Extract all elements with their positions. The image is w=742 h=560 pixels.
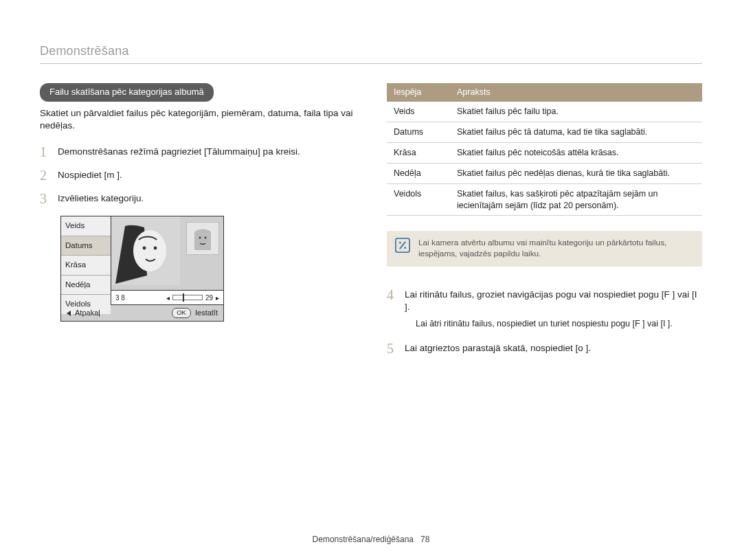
table-row: DatumsSkatiet failus pēc tā datuma, kad … bbox=[387, 122, 702, 143]
category-list: Veids Datums Krāsa Nedēļa Veidols bbox=[61, 216, 111, 304]
content-columns: Failu skatīšana pēc kategorijas albumā S… bbox=[40, 83, 702, 363]
ui-body: Veids Datums Krāsa Nedēļa Veidols bbox=[61, 216, 223, 304]
steps-list-right: 4 Lai ritinātu failus, groziet navigācij… bbox=[387, 287, 702, 355]
cell: Skatiet failus pēc nedēļas dienas, kurā … bbox=[450, 163, 702, 183]
options-table: Iespēja Apraksts VeidsSkatiet failus pēc… bbox=[387, 83, 702, 216]
bullet: Lai ātri ritinātu failus, nospiediet un … bbox=[416, 318, 702, 330]
face-large-icon bbox=[111, 216, 180, 285]
back-button[interactable]: Atpakaļ bbox=[61, 305, 142, 321]
step-2: 2 Nospiediet [m ]. bbox=[40, 168, 355, 183]
step-number: 5 bbox=[387, 341, 398, 356]
page-number: 78 bbox=[420, 535, 429, 544]
left-column: Failu skatīšana pēc kategorijas albumā S… bbox=[40, 83, 355, 363]
step-1: 1 Demonstrēšanas režīmā pagrieziet [Tālu… bbox=[40, 144, 355, 159]
cell: Veidols bbox=[387, 183, 450, 216]
seek-bar[interactable]: ◂ 29 ▸ bbox=[166, 293, 219, 303]
note-text: Lai kamera atvērtu albumu vai mainītu ka… bbox=[418, 238, 694, 260]
list-item-nedela[interactable]: Nedēļa bbox=[61, 276, 111, 295]
cell: Krāsa bbox=[387, 142, 450, 163]
step-number: 4 bbox=[387, 287, 398, 332]
cell: Skatiet failus pēc noteicošās attēla krā… bbox=[450, 142, 702, 163]
step-text: Nospiediet [m ]. bbox=[58, 168, 122, 183]
list-item-krasa[interactable]: Krāsa bbox=[61, 256, 111, 276]
info-icon bbox=[395, 238, 410, 260]
bar-left-text: 3 8 bbox=[115, 293, 125, 303]
cell: Nedēļa bbox=[387, 163, 450, 183]
th-option: Iespēja bbox=[387, 83, 450, 102]
steps-list: 1 Demonstrēšanas režīmā pagrieziet [Tālu… bbox=[40, 144, 355, 206]
step-text: Demonstrēšanas režīmā pagrieziet [Tālumm… bbox=[58, 144, 300, 159]
svg-point-7 bbox=[205, 237, 207, 239]
step-number: 2 bbox=[40, 168, 51, 183]
cell: Skatiet failus pēc tā datuma, kad tie ti… bbox=[450, 122, 702, 143]
camera-ui-mock: Veids Datums Krāsa Nedēļa Veidols bbox=[60, 216, 224, 322]
step-text: Lai ritinātu failus, groziet navigācijas… bbox=[405, 287, 702, 332]
svg-point-3 bbox=[154, 247, 157, 250]
cell: Veids bbox=[387, 102, 450, 122]
page-footer: Demonstrēšana/rediģēšana 78 bbox=[0, 534, 742, 545]
svg-point-2 bbox=[143, 247, 146, 250]
ui-footer: Atpakaļ OK Iestatīt bbox=[61, 304, 223, 321]
right-column: Iespēja Apraksts VeidsSkatiet failus pēc… bbox=[387, 83, 702, 363]
table-row: KrāsaSkatiet failus pēc noteicošās attēl… bbox=[387, 142, 702, 163]
bar-right-text: 29 bbox=[205, 293, 213, 303]
step-4: 4 Lai ritinātu failus, groziet navigācij… bbox=[387, 287, 702, 332]
note-box: Lai kamera atvērtu albumu vai mainītu ka… bbox=[387, 231, 702, 267]
list-item-veids[interactable]: Veids bbox=[61, 216, 111, 236]
svg-point-9 bbox=[399, 242, 401, 244]
page-title: Demonstrēšana bbox=[40, 43, 702, 59]
set-label: Iestatīt bbox=[195, 308, 218, 318]
cell: Skatiet failus pēc failu tipa. bbox=[450, 102, 702, 122]
svg-point-6 bbox=[199, 237, 201, 239]
step-5: 5 Lai atgrieztos parastajā skatā, nospie… bbox=[387, 341, 702, 356]
step-3: 3 Izvēlieties kategoriju. bbox=[40, 191, 355, 206]
svg-point-10 bbox=[404, 247, 406, 249]
section-heading: Failu skatīšana pēc kategorijas albumā bbox=[40, 83, 214, 102]
face-small-icon bbox=[186, 222, 219, 255]
th-desc: Apraksts bbox=[450, 83, 702, 102]
intro-text: Skatiet un pārvaldiet failus pēc kategor… bbox=[40, 107, 355, 132]
page: Demonstrēšana Failu skatīšana pēc katego… bbox=[0, 0, 742, 560]
step4-bullets: Lai ātri ritinātu failus, nospiediet un … bbox=[405, 318, 702, 330]
table-row: VeidsSkatiet failus pēc failu tipa. bbox=[387, 102, 702, 122]
step-text: Lai atgrieztos parastajā skatā, nospiedi… bbox=[405, 341, 591, 356]
list-item-datums[interactable]: Datums bbox=[61, 236, 111, 256]
table-row: VeidolsSkatiet failus, kas sašķiroti pēc… bbox=[387, 183, 702, 216]
step-text: Izvēlieties kategoriju. bbox=[58, 191, 144, 206]
step-number: 1 bbox=[40, 144, 51, 159]
table-row: NedēļaSkatiet failus pēc nedēļas dienas,… bbox=[387, 163, 702, 183]
header-rule bbox=[40, 63, 702, 64]
cell: Skatiet failus, kas sašķiroti pēc atpazī… bbox=[450, 183, 702, 216]
photo-status-bar: 3 8 ◂ 29 ▸ bbox=[111, 290, 223, 304]
step4-text: Lai ritinātu failus, groziet navigācijas… bbox=[405, 289, 697, 312]
back-label: Atpakaļ bbox=[75, 308, 100, 318]
set-button[interactable]: OK Iestatīt bbox=[142, 305, 223, 321]
back-icon bbox=[67, 311, 71, 316]
footer-text: Demonstrēšana/rediģēšana bbox=[313, 535, 414, 544]
cell: Datums bbox=[387, 122, 450, 143]
step-number: 3 bbox=[40, 191, 51, 206]
photo-preview: 3 8 ◂ 29 ▸ bbox=[111, 216, 223, 304]
ok-pill: OK bbox=[172, 308, 191, 318]
